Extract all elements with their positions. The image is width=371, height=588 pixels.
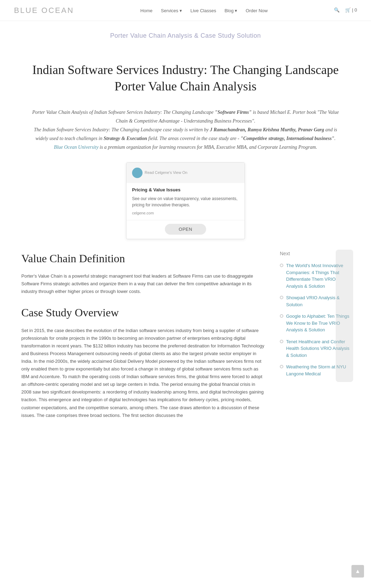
sidebar-item-1: Showpad VRIO Analysis & Solution: [280, 294, 350, 308]
ad-url: celgene.com: [132, 210, 239, 216]
ad-card-footer: OPEN: [126, 220, 245, 239]
content-columns: Value Chain Definition Porter's Value Ch…: [21, 250, 350, 428]
intro-bold1: "Software Firms": [215, 110, 252, 115]
sidebar-item-0: The World's Most Innovative Companies: 4…: [280, 262, 350, 289]
nav-item-blog[interactable]: Blog ▾: [225, 6, 238, 15]
ad-open-button[interactable]: OPEN: [165, 224, 206, 235]
sidebar-link-3[interactable]: Tenet Healthcare and Conifer Health Solu…: [286, 338, 350, 359]
sidebar-list: The World's Most Innovative Companies: 4…: [280, 262, 350, 377]
chevron-down-icon-blog: ▾: [235, 8, 237, 13]
nav-item-services[interactable]: Services ▾: [161, 6, 182, 15]
sidebar-bullet-2: [280, 314, 283, 318]
nav-item-home[interactable]: Home: [140, 6, 153, 15]
ad-card-body: Pricing & Value Issues See our view on v…: [126, 183, 245, 220]
ad-subtitle: Pricing & Value Issues: [132, 186, 239, 194]
sidebar-bullet-4: [280, 365, 283, 368]
value-chain-text: Porter's Value Chain is a powerful strat…: [21, 272, 266, 295]
intro-bold2: Strategy & Execution: [104, 136, 147, 141]
blue-ocean-link[interactable]: Blue Ocean University: [54, 145, 99, 150]
intro-author: J Ramachandran, Ramya Krishna Murthy, Pr…: [210, 127, 324, 132]
case-study-text: Set in 2015, the case describes the evol…: [21, 327, 266, 419]
navbar: BLUE OCEAN Home Services ▾ Live Classes …: [0, 0, 371, 21]
page-subtitle: Porter Value Chain Analysis & Case Study…: [0, 21, 371, 44]
nav-link-blog[interactable]: Blog ▾: [225, 8, 238, 13]
chevron-down-icon: ▾: [180, 8, 182, 13]
brand-logo: BLUE OCEAN: [14, 4, 74, 16]
sidebar: Next The World's Most Innovative Compani…: [280, 250, 350, 382]
main-wrapper: Indian Software Services Industry: The C…: [7, 44, 364, 449]
intro-part6: .: [334, 136, 336, 141]
sidebar-item-2: Google to Alphabet: Ten Things We Know t…: [280, 313, 350, 333]
nav-item-order-now[interactable]: Order Now: [246, 6, 268, 15]
ad-description: See our view on value transparency, valu…: [132, 196, 239, 208]
search-icon[interactable]: 🔍: [334, 7, 340, 14]
sidebar-link-4[interactable]: Weathering the Storm at NYU Langone Medi…: [286, 363, 350, 377]
main-content: Value Chain Definition Porter's Value Ch…: [21, 250, 266, 428]
nav-links: Home Services ▾ Live Classes Blog ▾ Orde…: [140, 6, 268, 15]
nav-icons: 🔍 🛒 | 0: [334, 7, 357, 14]
cart-icon[interactable]: 🛒 | 0: [345, 7, 357, 14]
sidebar-item-3: Tenet Healthcare and Conifer Health Solu…: [280, 338, 350, 359]
case-study-heading: Case Study Overview: [21, 304, 266, 322]
intro-bold3: "Competitive strategy, International bus…: [241, 136, 335, 141]
header: BLUE OCEAN Home Services ▾ Live Classes …: [0, 0, 371, 21]
ad-card-wrapper: Read Celgene's View On Pricing & Value I…: [21, 162, 350, 239]
ad-card-header: Read Celgene's View On: [126, 163, 245, 183]
sidebar-link-1[interactable]: Showpad VRIO Analysis & Solution: [286, 294, 350, 308]
ad-card: Read Celgene's View On Pricing & Value I…: [126, 162, 245, 239]
nav-link-services[interactable]: Services ▾: [161, 8, 182, 13]
value-chain-heading: Value Chain Definition: [21, 250, 266, 267]
intro-part5: field. The areas covered in the case stu…: [147, 136, 240, 141]
sidebar-link-2[interactable]: Google to Alphabet: Ten Things We Know t…: [286, 313, 350, 333]
sidebar-bullet-0: [280, 264, 283, 267]
article-title: Indian Software Services Industry: The C…: [21, 55, 350, 98]
ad-read-label: Read Celgene's View On: [145, 170, 187, 176]
nav-link-home[interactable]: Home: [140, 8, 153, 13]
intro-part3: The Indian Software Services Industry: T…: [34, 127, 210, 132]
sidebar-link-0[interactable]: The World's Most Innovative Companies: 4…: [286, 262, 350, 289]
intro-part1: Porter Value Chain Analysis of Indian So…: [32, 110, 215, 115]
nav-link-live-classes[interactable]: Live Classes: [190, 8, 216, 13]
sidebar-item-4: Weathering the Storm at NYU Langone Medi…: [280, 363, 350, 377]
nav-link-order-now[interactable]: Order Now: [246, 8, 268, 13]
ad-logo-circle: [132, 168, 143, 178]
sidebar-bullet-1: [280, 296, 283, 299]
intro-part7: is a premium organization for learning r…: [99, 145, 317, 150]
sidebar-next-label: Next: [280, 250, 350, 257]
nav-item-live-classes[interactable]: Live Classes: [190, 6, 216, 15]
ad-label: Read Celgene's View On: [132, 168, 239, 178]
sidebar-bullet-3: [280, 340, 283, 343]
article-intro: Porter Value Chain Analysis of Indian So…: [21, 108, 350, 152]
